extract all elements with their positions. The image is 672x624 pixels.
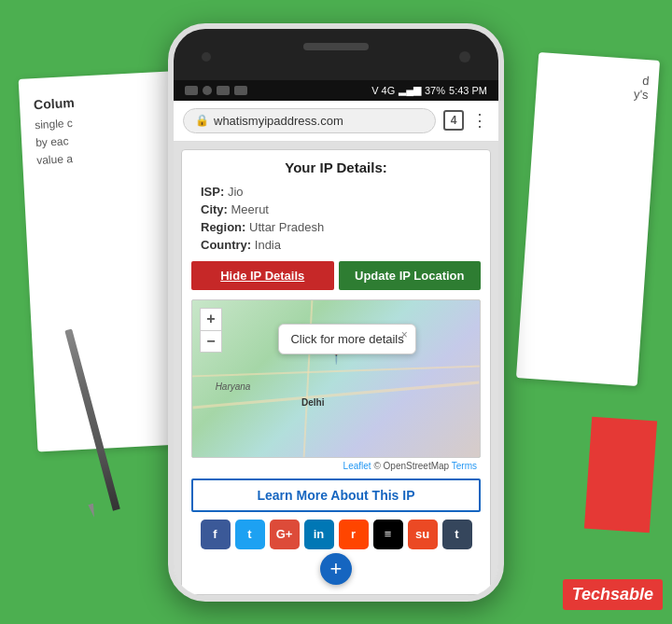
status-right: V 4G ▂▄▆ 37% 5:43 PM [371,84,487,96]
map-popup-close-button[interactable]: × [401,328,408,341]
phone-top [174,29,498,80]
techsable-badge: Techsable [563,579,663,610]
carrier-text: V 4G [371,85,395,96]
stack-share-button[interactable]: ≡ [373,520,403,549]
status-icon-2 [203,86,212,95]
update-ip-button[interactable]: Update IP Location [339,261,482,290]
map-popup: Click for more details × [278,324,415,354]
learn-more-button[interactable]: Learn More About This IP [191,478,481,512]
twitter-share-button[interactable]: t [235,520,265,549]
browser-menu-button[interactable]: ⋮ [471,110,489,131]
country-label: Country: [201,238,251,252]
region-value: Uttar Pradesh [249,220,324,234]
phone: V 4G ▂▄▆ 37% 5:43 PM 🔒 whatismyipaddress… [168,23,504,602]
fab-container: + [191,553,481,585]
tumblr-share-button[interactable]: t [442,520,472,549]
status-left-icons [185,86,247,95]
ip-card: Your IP Details: ISP: Jio City: Meerut R… [181,149,491,595]
leaflet-link[interactable]: Leaflet [343,461,371,471]
city-row: City: Meerut [191,202,481,216]
zoom-in-button[interactable]: + [200,308,222,330]
isp-value: Jio [228,185,244,199]
country-value: India [255,238,281,252]
country-row: Country: India [191,238,481,252]
lock-icon: 🔒 [195,114,209,127]
map-label-delhi: Delhi [301,397,324,408]
osm-terms-link[interactable]: Terms [452,461,477,471]
map-road-h2 [192,366,480,378]
stumbleupon-share-button[interactable]: su [408,520,438,549]
map-label-haryana: Haryana [216,381,251,392]
region-label: Region: [201,220,245,234]
status-icon-3 [217,86,230,95]
paper-right-red-accent [584,417,657,534]
page-content: Your IP Details: ISP: Jio City: Meerut R… [174,142,498,602]
front-camera-right [459,51,470,62]
map-background: Haryana Delhi 📍 Click for more details ×… [192,300,480,457]
url-bar[interactable]: 🔒 whatismyipaddress.com [183,108,436,133]
paper-left-body: single c by eac value a [35,109,177,170]
paper-right: d y's [516,52,660,386]
osm-text: © OpenStreetMap [373,461,449,471]
url-text: whatismyipaddress.com [214,114,343,128]
hide-ip-button[interactable]: Hide IP Details [191,261,334,290]
googleplus-share-button[interactable]: G+ [270,520,300,549]
facebook-share-button[interactable]: f [201,520,231,549]
isp-row: ISP: Jio [191,185,481,199]
time: 5:43 PM [449,85,487,96]
phone-inner: V 4G ▂▄▆ 37% 5:43 PM 🔒 whatismyipaddress… [174,80,498,602]
paper-right-text: d y's [545,67,650,103]
linkedin-share-button[interactable]: in [304,520,334,549]
isp-label: ISP: [201,185,224,199]
paper-left-title: Colum [34,90,175,112]
phone-speaker [303,43,369,50]
map-zoom-controls: + − [200,308,222,353]
map-popup-text: Click for more details [290,332,403,346]
pen-tip [86,503,99,519]
zoom-out-button[interactable]: − [200,330,222,353]
fab-add-button[interactable]: + [320,553,352,585]
signal-bars: ▂▄▆ [399,84,421,96]
action-buttons: Hide IP Details Update IP Location [191,261,481,290]
city-value: Meerut [231,202,269,216]
region-row: Region: Uttar Pradesh [191,220,481,234]
ip-card-title: Your IP Details: [191,159,481,175]
map-footer: Leaflet © OpenStreetMap Terms [191,461,481,471]
reddit-share-button[interactable]: r [339,520,369,549]
map-container[interactable]: Haryana Delhi 📍 Click for more details ×… [191,299,481,458]
social-share-buttons: f t G+ in r ≡ su t [191,520,481,549]
status-icon-4 [234,86,247,95]
status-icon-1 [185,86,198,95]
battery-percent: 37% [425,85,445,96]
browser-bar: 🔒 whatismyipaddress.com 4 ⋮ [174,101,498,142]
status-bar: V 4G ▂▄▆ 37% 5:43 PM [174,80,498,101]
front-camera-left [202,52,211,62]
tab-count[interactable]: 4 [443,110,464,131]
city-label: City: [201,202,228,216]
